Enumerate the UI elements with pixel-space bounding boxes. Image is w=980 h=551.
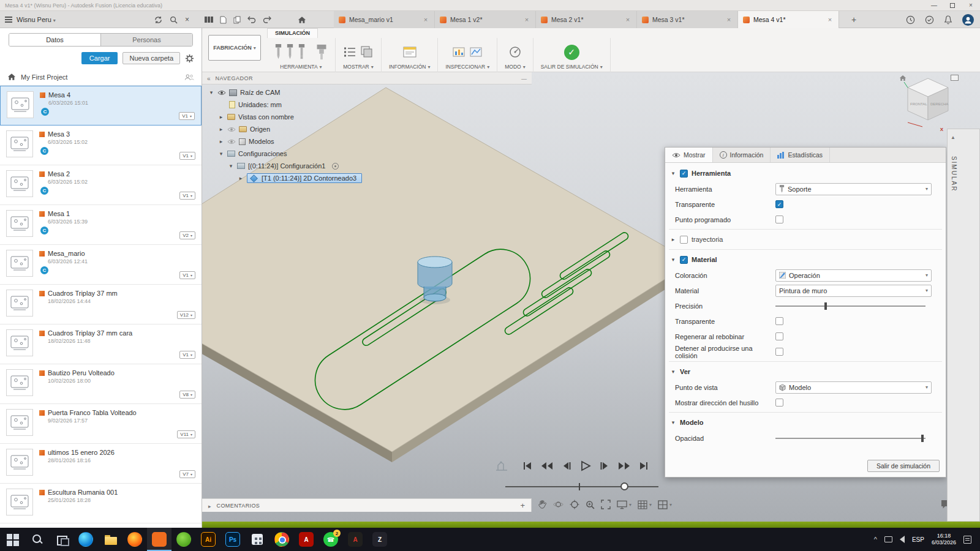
tool-bit-icon[interactable] <box>274 43 282 61</box>
document-tab[interactable]: Mesa 2 v1* × <box>536 11 637 28</box>
gauge-icon[interactable] <box>508 45 522 59</box>
tool-holder-icon[interactable] <box>315 43 328 61</box>
statistics-list-icon[interactable] <box>343 45 356 59</box>
expander-icon[interactable] <box>670 236 676 242</box>
close-tab-icon[interactable]: × <box>725 16 733 23</box>
taskbar-illustrator[interactable]: Ai <box>196 528 221 551</box>
taskbar-chrome[interactable] <box>270 528 294 551</box>
visibility-eye-icon[interactable] <box>227 139 236 144</box>
taskbar-acrobat[interactable]: A <box>294 528 318 551</box>
tree-item-2d-contorneado3[interactable]: [T1 (0:11:24)] 2D Contorneado3 <box>202 172 532 184</box>
document-tab[interactable]: Mesa 4 v1* × <box>738 11 839 28</box>
herramienta-dropdown[interactable]: Soporte <box>775 183 932 195</box>
salir-de-simulacion-menu[interactable]: SALIR DE SIMULACIÓN <box>541 64 603 70</box>
selected-operation[interactable]: [T1 (0:11:24)] 2D Contorneado3 <box>247 173 362 183</box>
app-menu-icon[interactable] <box>5 17 12 23</box>
taskbar-fusion-360[interactable] <box>147 528 172 551</box>
volume-icon[interactable] <box>900 536 905 543</box>
project-item[interactable]: Mesa 4 6/03/2026 15:01 C V1 <box>0 86 202 126</box>
new-folder-button[interactable]: Nueva carpeta <box>123 52 180 64</box>
workspace-selector[interactable]: FABRICACIÓN <box>208 35 261 61</box>
tree-item-modelos[interactable]: Modelos <box>202 135 532 148</box>
project-item[interactable]: Mesa 1 6/03/2026 15:39 C V2 <box>0 205 202 245</box>
copy-icon[interactable] <box>233 16 241 24</box>
project-members-icon[interactable] <box>184 73 194 81</box>
skip-to-end-button[interactable] <box>638 461 650 471</box>
zoom-icon[interactable] <box>586 500 595 509</box>
herramienta-section-checkbox[interactable] <box>680 170 688 178</box>
project-item[interactable]: Bautizo Peru Volteado 10/02/2026 18:00 C… <box>0 364 202 404</box>
taskbar-clock[interactable]: 16:18 6/03/2026 <box>932 533 956 546</box>
measure-icon[interactable] <box>469 45 483 59</box>
update-status-icon[interactable] <box>925 15 934 24</box>
hidden-icons-chevron[interactable] <box>874 536 877 543</box>
minimize-panel-icon[interactable] <box>521 75 527 82</box>
transparente-checkbox[interactable] <box>775 200 783 208</box>
viewcube-front-label[interactable]: FRONTAL <box>910 102 927 106</box>
precision-slider[interactable] <box>775 302 925 310</box>
mostrar-menu[interactable]: MOSTRAR <box>343 64 374 70</box>
timeline-handle[interactable] <box>620 482 628 490</box>
version-badge[interactable]: V1 <box>179 192 195 200</box>
active-config-radio-icon[interactable] <box>332 163 339 170</box>
tab-informacion[interactable]: Información <box>713 148 771 162</box>
previous-operation-button[interactable] <box>540 461 554 471</box>
user-account-menu[interactable]: Wisnu Peru <box>17 16 56 23</box>
tab-datos[interactable]: Datos <box>9 34 101 46</box>
expander-icon[interactable] <box>670 369 676 375</box>
taskbar-app-z[interactable]: Z <box>368 528 392 551</box>
next-operation-button[interactable] <box>617 461 631 471</box>
coloracion-dropdown[interactable]: Operación <box>775 269 932 282</box>
layers-icon[interactable] <box>360 45 374 59</box>
step-forward-button[interactable] <box>598 461 611 471</box>
expander-icon[interactable] <box>208 89 214 96</box>
expander-icon[interactable] <box>670 419 676 425</box>
expander-icon[interactable] <box>228 163 234 169</box>
version-badge[interactable]: V12 <box>177 311 195 319</box>
version-badge[interactable]: V1 <box>179 152 195 160</box>
taskbar-whatsapp[interactable]: ☎ 2 <box>318 528 343 551</box>
project-home-icon[interactable] <box>7 73 16 81</box>
version-badge[interactable]: V7 <box>179 470 195 478</box>
close-tab-icon[interactable]: × <box>826 16 834 23</box>
display-settings-icon[interactable] <box>617 500 631 509</box>
language-indicator[interactable]: ESP <box>912 536 924 543</box>
tool-bit-icon[interactable] <box>298 43 306 61</box>
expander-icon[interactable] <box>670 257 676 263</box>
document-tab[interactable]: Mesa 3 v1* × <box>637 11 738 28</box>
document-tab[interactable]: Mesa 1 v2* × <box>435 11 536 28</box>
project-item[interactable]: Cuadros Triplay 37 mm cara 18/02/2026 11… <box>0 324 202 364</box>
taskbar-file-explorer[interactable] <box>98 528 123 551</box>
version-badge[interactable]: V8 <box>179 391 195 399</box>
new-document-tab-button[interactable]: + <box>846 11 861 28</box>
pan-icon[interactable] <box>538 500 547 509</box>
search-icon[interactable] <box>170 16 178 24</box>
project-item[interactable]: Puerta Franco Tabla Volteado 9/02/2026 1… <box>0 404 202 444</box>
look-at-icon[interactable] <box>570 500 579 509</box>
view-home-icon[interactable] <box>899 75 907 81</box>
tree-item-configuracion1[interactable]: [(0:11:24)] Configuración1 <box>202 160 532 172</box>
expand-comments-icon[interactable] <box>208 502 211 509</box>
orbit-icon[interactable] <box>553 500 564 509</box>
close-tab-icon[interactable]: × <box>624 16 631 23</box>
sync-icon[interactable] <box>154 16 162 24</box>
project-name[interactable]: My First Project <box>21 73 67 81</box>
tree-item-cam-root[interactable]: Raíz de CAM <box>202 86 532 99</box>
project-item[interactable]: Mesa_mario 6/03/2026 12:41 C V1 <box>0 245 202 285</box>
expander-icon[interactable] <box>218 126 224 132</box>
visibility-eye-icon[interactable] <box>217 90 226 96</box>
tree-item-vistas[interactable]: Vistas con nombre <box>202 111 532 123</box>
project-item[interactable]: Escultura Rumania 001 25/01/2026 18:28 C <box>0 484 202 523</box>
informacion-menu[interactable]: INFORMACIÓN <box>389 64 430 70</box>
network-icon[interactable] <box>884 536 892 542</box>
taskbar-calculator[interactable] <box>245 528 270 551</box>
tree-item-unidades[interactable]: Unidades: mm <box>202 99 532 111</box>
taskbar-firefox[interactable] <box>123 528 147 551</box>
visibility-eye-icon[interactable] <box>227 127 236 132</box>
version-badge[interactable]: V1 <box>179 351 195 359</box>
cancel-icon[interactable]: × <box>185 15 189 24</box>
slider-handle[interactable] <box>824 302 827 310</box>
taskbar-start-button[interactable] <box>0 528 24 551</box>
herramienta-menu[interactable]: HERRAMIENTA <box>280 64 322 70</box>
collapse-up-icon[interactable] <box>951 133 956 140</box>
